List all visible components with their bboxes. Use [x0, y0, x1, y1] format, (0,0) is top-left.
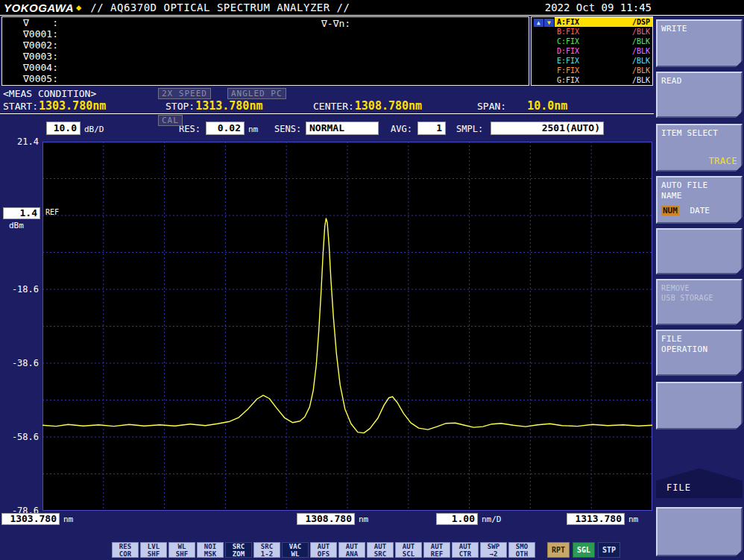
toolbar-button-wl-shf[interactable]: WLSHF: [168, 542, 195, 558]
avg-value[interactable]: 1: [417, 122, 446, 135]
scroll-up-icon[interactable]: ▲: [534, 19, 543, 27]
sweep-single-button[interactable]: SGL: [573, 542, 595, 558]
trace-row-d[interactable]: D:FIX /BLK: [555, 46, 652, 56]
trace-mode: /BLK: [632, 46, 650, 56]
softkey-label: WRITE: [661, 24, 737, 34]
trace-mode: /BLK: [632, 56, 650, 66]
toolbar-button-aut-ctr[interactable]: AUTCTR: [452, 542, 479, 558]
softkey-auto-file-name[interactable]: AUTO FILE NAME NUM DATE: [656, 176, 743, 224]
trace-row-f[interactable]: F:FIX /BLK: [555, 66, 652, 75]
trace-row-e[interactable]: E:FIX /BLK: [555, 56, 652, 66]
toolbar-button-aut-scl[interactable]: AUTSCL: [395, 542, 422, 558]
y-tick: -18.6: [0, 284, 39, 295]
stop-wavelength: STOP: 1313.780nm: [165, 99, 262, 113]
option-num[interactable]: NUM: [661, 206, 679, 215]
center-value: 1308.780nm: [355, 99, 422, 113]
memory-list-item[interactable]: ∇ :: [2, 17, 529, 28]
memory-list-item[interactable]: ∇0002:: [2, 40, 529, 51]
memory-list-item[interactable]: ∇0005:: [2, 73, 529, 84]
softkey-blank-3[interactable]: [656, 507, 743, 556]
level-scale-value[interactable]: 10.0: [46, 122, 81, 135]
osa-screen: YOKOGAWA ◆ // AQ6370D OPTICAL SPECTRUM A…: [0, 0, 744, 560]
smpl-value[interactable]: 2501(AUTO): [491, 122, 604, 135]
spectrum-trace-chart: [42, 142, 652, 511]
trace-row-b[interactable]: B:FIX /BLK: [555, 27, 652, 37]
toolbar-button-smo-oth[interactable]: SMOOTH: [508, 542, 535, 558]
cal-badge: CAL: [158, 115, 183, 126]
trace-mode: /BLK: [632, 66, 650, 75]
span-label: SPAN:: [477, 101, 506, 112]
sweep-stop-button[interactable]: STP: [598, 542, 620, 558]
softkey-blank-1[interactable]: [656, 228, 743, 274]
toolbar-button-aut-ref[interactable]: AUTREF: [423, 542, 450, 558]
x-stop-unit: nm: [628, 515, 638, 524]
settings-bar: 10.0 dB/D RES: 0.02 nm SENS: NORMAL AVG:…: [0, 119, 654, 139]
y-tick: 21.4: [0, 136, 39, 147]
trace-label: B:FIX: [557, 27, 579, 37]
softkey-read[interactable]: READ: [656, 72, 743, 118]
softkey-item-select[interactable]: ITEM SELECT TRACE: [656, 124, 743, 172]
ref-level-box[interactable]: 1.4: [3, 207, 40, 219]
x-center-value: 1308.780: [297, 513, 355, 525]
toolbar-button-line2: SCL: [396, 551, 421, 559]
toolbar-button-lvl-shf[interactable]: LVLSHF: [140, 542, 167, 558]
option-date[interactable]: DATE: [690, 206, 710, 215]
start-value: 1303.780nm: [39, 99, 106, 113]
toolbar-button-line2: WL: [283, 551, 308, 559]
y-axis-unit: dBm: [9, 221, 24, 230]
toolbar-button-aut-ana[interactable]: AUTANA: [338, 542, 365, 558]
y-tick: -38.6: [0, 358, 39, 368]
app-title: // AQ6370D OPTICAL SPECTRUM ANALYZER //: [90, 1, 350, 13]
softkey-remove-usb-storage[interactable]: REMOVE USB STORAGE: [656, 279, 743, 325]
toolbar-button-line2: MSK: [198, 551, 223, 559]
softkey-write[interactable]: WRITE: [656, 19, 743, 67]
toolbar-button-line2: COR: [113, 551, 138, 559]
memory-range-label: ∇-∇n:: [321, 18, 350, 29]
softkey-file-operation[interactable]: FILE OPERATION: [656, 330, 743, 376]
toolbar-button-line2: OFS: [311, 551, 336, 559]
title-bar: YOKOGAWA ◆ // AQ6370D OPTICAL SPECTRUM A…: [0, 0, 744, 16]
x-scale-unit: nm/D: [482, 515, 502, 524]
trace-label: F:FIX: [557, 66, 579, 75]
trace-row-g[interactable]: G:FIX /BLK: [555, 75, 652, 85]
x-center-unit: nm: [359, 515, 368, 524]
memory-list-item[interactable]: ∇0003:: [2, 51, 529, 62]
memory-list-item[interactable]: ∇0004:: [2, 62, 529, 73]
trace-label: D:FIX: [557, 46, 579, 56]
toolbar-button-src-zom[interactable]: SRCZOM: [225, 542, 252, 558]
memory-list-item[interactable]: ∇0001:: [2, 28, 529, 40]
y-tick: -58.6: [0, 432, 39, 442]
datetime-display: 2022 Oct 09 11:45: [545, 1, 652, 13]
sens-value[interactable]: NORMAL: [306, 122, 379, 135]
toolbar-button-src-1-2[interactable]: SRC1-2: [253, 542, 280, 558]
sens-label: SENS:: [274, 124, 301, 134]
toolbar-button-res-cor[interactable]: RESCOR: [112, 542, 139, 558]
scroll-down-icon[interactable]: ▼: [544, 19, 554, 27]
trace-label: G:FIX: [557, 75, 579, 85]
trace-status-panel: ▲ ▼ A:FIX /DSP B:FIX /BLK C:FIX /BLK D:F…: [531, 16, 653, 86]
sweep-repeat-button[interactable]: RPT: [547, 542, 570, 558]
trace-row-c[interactable]: C:FIX /BLK: [555, 37, 652, 46]
toolbar-button-aut-src[interactable]: AUTSRC: [367, 542, 394, 558]
softkey-label: READ: [661, 76, 737, 86]
yokogawa-logo: YOKOGAWA: [4, 1, 74, 14]
trace-mode: /BLK: [632, 27, 650, 37]
trace-label: C:FIX: [557, 37, 579, 46]
toolbar-button-vac-wl[interactable]: VACWL: [282, 542, 309, 558]
softkey-label: FILE OPERATION: [661, 334, 737, 356]
x-start-value: 1303.780: [1, 513, 60, 525]
softkey-blank-2[interactable]: [656, 382, 743, 430]
trace-row-a[interactable]: A:FIX /DSP: [555, 17, 652, 27]
toolbar-button-noi-msk[interactable]: NOIMSK: [197, 542, 224, 558]
toolbar-button-swp-2[interactable]: SWP→2: [480, 542, 507, 558]
softkey-label: ITEM SELECT: [661, 128, 737, 139]
yokogawa-diamond-icon: ◆: [76, 2, 81, 13]
toolbar-button-line2: REF: [424, 551, 450, 559]
trace-scroll-controls: ▲ ▼: [534, 19, 554, 27]
res-value[interactable]: 0.02: [206, 122, 245, 135]
trace-label: E:FIX: [557, 56, 579, 66]
trace-mode: /DSP: [632, 17, 650, 27]
center-label: CENTER:: [313, 101, 354, 112]
softkey-options: NUM DATE: [661, 206, 737, 216]
toolbar-button-aut-ofs[interactable]: AUTOFS: [310, 542, 337, 558]
